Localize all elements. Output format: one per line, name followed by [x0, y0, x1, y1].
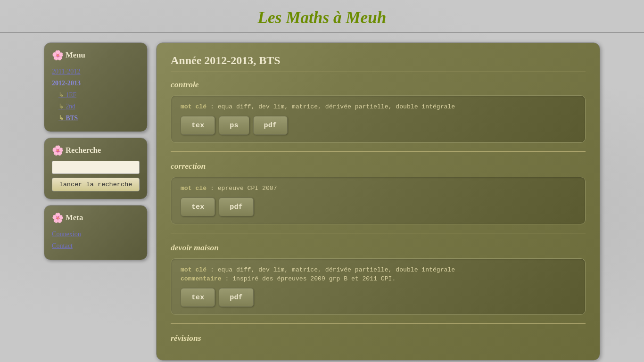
- meta-panel: 🌸 Meta Connexion Contact: [44, 205, 148, 260]
- correction-keyword-label: mot clé: [181, 185, 206, 192]
- devoir-tex-button[interactable]: tex: [181, 288, 215, 307]
- devoir-keyword-separator: :: [210, 266, 218, 273]
- controle-buttons: tex ps pdf: [181, 116, 576, 135]
- correction-card: mot clé : epreuve CPI 2007 tex pdf: [171, 177, 586, 224]
- connexion-link[interactable]: Connexion: [52, 228, 140, 240]
- nav-item-2011[interactable]: 2011-2012: [52, 66, 140, 77]
- controle-tex-button[interactable]: tex: [181, 116, 215, 135]
- correction-pdf-button[interactable]: pdf: [219, 197, 253, 216]
- menu-title: Menu: [66, 50, 85, 60]
- recherche-panel: 🌸 Recherche lancer la recherche: [44, 138, 148, 199]
- main-content: Année 2012-2013, BTS controle mot clé : …: [156, 42, 600, 361]
- correction-divider: [171, 233, 586, 233]
- correction-tex-button[interactable]: tex: [181, 197, 215, 216]
- devoir-keyword-label: mot clé: [181, 266, 206, 273]
- meta-title: Meta: [66, 213, 83, 222]
- devoir-comment: commentaire : inspiré des épreuves 2009 …: [181, 275, 576, 282]
- keyword-label: mot clé: [181, 103, 206, 110]
- correction-buttons: tex pdf: [181, 197, 576, 216]
- section-correction-title: correction: [171, 161, 586, 171]
- nav-sub-1ef[interactable]: 1EF: [58, 90, 140, 101]
- comment-value: : inspiré des épreuves 2009 grp B et 201…: [225, 275, 396, 282]
- contact-link[interactable]: Contact: [52, 240, 140, 252]
- nav-submenu: 1EF 2nd BTS: [58, 90, 140, 124]
- controle-keyword-values: equa diff, dev lim, matrice, dérivée par…: [218, 103, 455, 110]
- devoir-card: mot clé : equa diff, dev lim, matrice, d…: [171, 258, 586, 315]
- page-title: Année 2012-2013, BTS: [171, 54, 586, 67]
- controle-card: mot clé : equa diff, dev lim, matrice, d…: [171, 95, 586, 143]
- nav-menu: 2011-2012 2012-2013 1EF 2nd BTS: [52, 66, 140, 124]
- title-divider: [171, 72, 586, 72]
- recherche-title: Recherche: [66, 146, 101, 155]
- section-revisions-title: révisions: [171, 333, 586, 343]
- recherche-icon: 🌸: [52, 145, 64, 156]
- devoir-divider: [171, 323, 586, 324]
- section-devoir-title: devoir maison: [171, 243, 586, 253]
- controle-divider: [171, 151, 586, 152]
- menu-icon: 🌸: [52, 49, 64, 61]
- devoir-keyword-values: equa diff, dev lim, matrice, dérivée par…: [218, 266, 455, 273]
- search-input[interactable]: [52, 161, 140, 174]
- comment-label: commentaire: [181, 275, 222, 282]
- site-title: Les Maths à Meuh: [0, 8, 644, 27]
- controle-pdf-button[interactable]: pdf: [253, 116, 288, 135]
- nav-item-2012[interactable]: 2012-2013: [52, 77, 140, 89]
- section-controle-title: controle: [171, 80, 586, 90]
- nav-sub-2nd[interactable]: 2nd: [58, 101, 140, 112]
- devoir-keywords: mot clé : equa diff, dev lim, matrice, d…: [181, 266, 576, 273]
- devoir-pdf-button[interactable]: pdf: [219, 288, 253, 307]
- menu-panel: 🌸 Menu 2011-2012 2012-2013 1EF 2nd BTS: [44, 42, 148, 132]
- controle-ps-button[interactable]: ps: [219, 116, 249, 135]
- meta-icon: 🌸: [52, 212, 64, 223]
- keyword-separator: :: [210, 103, 218, 110]
- nav-sub-bts[interactable]: BTS: [58, 113, 140, 124]
- devoir-buttons: tex pdf: [181, 288, 576, 307]
- search-button[interactable]: lancer la recherche: [52, 178, 140, 191]
- correction-keywords: mot clé : epreuve CPI 2007: [181, 185, 576, 192]
- correction-keyword-values: epreuve CPI 2007: [218, 185, 277, 192]
- controle-keywords: mot clé : equa diff, dev lim, matrice, d…: [181, 103, 576, 110]
- correction-keyword-separator: :: [210, 185, 218, 192]
